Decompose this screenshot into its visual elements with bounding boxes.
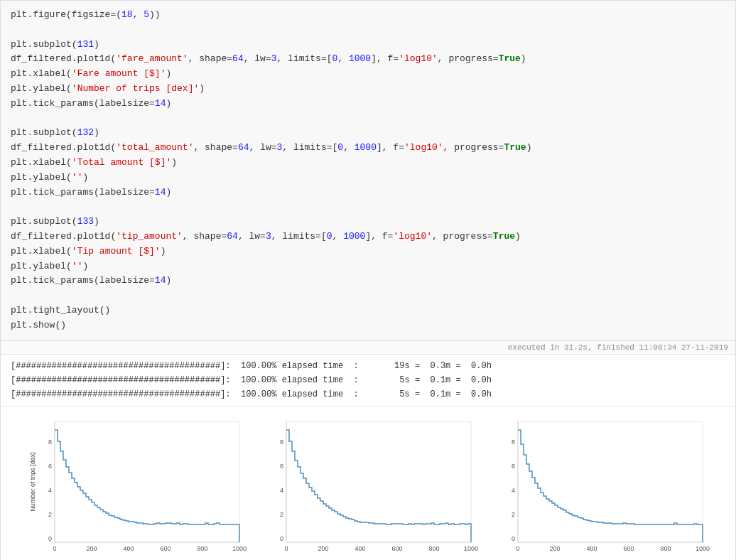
svg-text:6: 6 — [280, 463, 283, 470]
chart1-svg: Number of trips [dex] 0 2 4 6 8 0 200 40… — [26, 414, 247, 560]
output-text: [#######################################… — [1, 355, 735, 407]
chart3-svg-wrap: 0 2 4 6 8 0 200 400 600 800 1000 — [489, 414, 710, 560]
svg-text:8: 8 — [48, 438, 52, 446]
svg-text:600: 600 — [391, 545, 402, 552]
svg-text:800: 800 — [660, 545, 671, 552]
svg-text:400: 400 — [355, 545, 365, 552]
svg-text:2: 2 — [512, 511, 515, 518]
svg-rect-29 — [518, 421, 703, 542]
svg-text:1000: 1000 — [232, 545, 247, 552]
svg-text:800: 800 — [428, 545, 439, 552]
svg-text:4: 4 — [280, 487, 283, 494]
svg-text:200: 200 — [318, 545, 328, 552]
svg-text:6: 6 — [48, 463, 52, 470]
notebook-cell: plt.figure(figsize=(18, 5)) plt.subplot(… — [0, 0, 736, 560]
svg-text:0: 0 — [516, 545, 519, 552]
chart1-svg-wrap: Number of trips [dex] 0 2 4 6 8 0 200 40… — [26, 414, 247, 560]
svg-text:0: 0 — [48, 535, 52, 542]
svg-text:8: 8 — [280, 438, 283, 446]
svg-text:0: 0 — [512, 535, 515, 542]
svg-text:2: 2 — [280, 511, 283, 518]
chart-fare-amount: Number of trips [dex] 0 2 4 6 8 0 200 40… — [21, 414, 252, 560]
svg-text:0: 0 — [53, 545, 56, 552]
svg-text:400: 400 — [586, 545, 597, 552]
chart-total-amount: 0 2 4 6 8 0 200 400 600 800 1000 — [252, 414, 484, 560]
code-block[interactable]: plt.figure(figsize=(18, 5)) plt.subplot(… — [1, 1, 735, 341]
svg-text:1000: 1000 — [696, 545, 710, 552]
svg-text:800: 800 — [197, 545, 207, 552]
svg-text:200: 200 — [549, 545, 560, 552]
svg-text:600: 600 — [160, 545, 171, 552]
svg-text:Number of trips [dex]: Number of trips [dex] — [29, 452, 36, 512]
svg-text:0: 0 — [284, 545, 288, 552]
svg-text:8: 8 — [512, 438, 515, 446]
chart2-svg: 0 2 4 6 8 0 200 400 600 800 1000 — [258, 414, 478, 560]
chart-tip-amount: 0 2 4 6 8 0 200 400 600 800 1000 — [484, 414, 715, 560]
charts-row: Number of trips [dex] 0 2 4 6 8 0 200 40… — [1, 407, 735, 560]
svg-text:200: 200 — [86, 545, 97, 552]
svg-text:400: 400 — [123, 545, 134, 552]
svg-text:0: 0 — [280, 535, 283, 542]
execution-info: executed in 31.2s, finished 11:08:34 27-… — [1, 341, 735, 355]
chart2-svg-wrap: 0 2 4 6 8 0 200 400 600 800 1000 — [258, 414, 478, 560]
svg-text:4: 4 — [48, 487, 52, 494]
svg-text:6: 6 — [512, 463, 515, 470]
svg-text:600: 600 — [623, 545, 634, 552]
svg-text:2: 2 — [48, 511, 52, 518]
chart3-svg: 0 2 4 6 8 0 200 400 600 800 1000 — [489, 414, 710, 560]
svg-text:4: 4 — [512, 487, 515, 494]
svg-text:1000: 1000 — [464, 545, 478, 552]
